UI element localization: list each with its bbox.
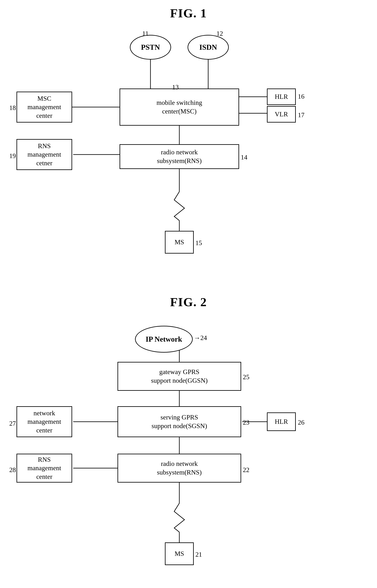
- fig1-diagram: PSTN 11 ISDN 12 mobile switching center(…: [0, 20, 377, 264]
- msc-ref: 13: [172, 83, 179, 91]
- ggsn-label: gateway GPRS support node(GGSN): [151, 368, 208, 385]
- ms-label: MS: [175, 238, 184, 246]
- rns-mgmt2-label: RNS management center: [27, 455, 61, 481]
- rns-mgmt2-node: RNS management center: [16, 454, 72, 483]
- rns2-node: radio network subsystem(RNS): [118, 454, 241, 483]
- sgsn-ref: 23: [243, 419, 249, 426]
- hlr-node: HLR: [267, 88, 296, 105]
- vlr-ref: 17: [298, 111, 305, 119]
- hlr2-ref: 26: [298, 419, 305, 426]
- fig1-section: FIG. 1: [0, 6, 377, 264]
- net-mgmt-ref: 27: [9, 420, 16, 427]
- isdn-label: ISDN: [199, 43, 217, 52]
- ip-network-node: IP Network: [135, 326, 193, 353]
- hlr-ref: 16: [298, 93, 305, 100]
- ip-network-ref: →24: [194, 334, 207, 342]
- pstn-ref: 11: [142, 30, 149, 37]
- msc-label: mobile switching center(MSC): [156, 98, 202, 116]
- rns-mgmt-ref: 19: [9, 152, 16, 160]
- pstn-node: PSTN: [130, 35, 171, 60]
- hlr2-label: HLR: [275, 417, 288, 426]
- vlr-label: VLR: [275, 110, 288, 119]
- ms2-label: MS: [175, 550, 184, 558]
- rns-mgmt2-ref: 28: [9, 466, 16, 474]
- hlr-label: HLR: [275, 92, 288, 101]
- ms-ref: 15: [195, 239, 202, 247]
- ggsn-ref: 25: [243, 373, 249, 381]
- rns-mgmt-node: RNS management cetner: [16, 139, 72, 170]
- ms2-node: MS: [165, 542, 194, 565]
- msc-mgmt-ref: 18: [9, 104, 16, 112]
- fig2-section: FIG. 2: [0, 295, 377, 588]
- msc-mgmt-node: MSC management center: [16, 92, 72, 122]
- rns2-label: radio network subsystem(RNS): [157, 459, 202, 477]
- hlr2-node: HLR: [267, 412, 296, 431]
- rns-node: radio network subsystem(RNS): [119, 144, 239, 169]
- sgsn-node: serving GPRS support node(SGSN): [118, 406, 241, 437]
- pstn-label: PSTN: [141, 43, 160, 52]
- fig2-title: FIG. 2: [0, 295, 377, 309]
- msc-node: mobile switching center(MSC): [119, 88, 239, 126]
- ms-node: MS: [165, 231, 194, 254]
- rns-mgmt-label: RNS management cetner: [27, 142, 61, 168]
- net-mgmt-node: network management center: [16, 406, 72, 437]
- ms2-ref: 21: [195, 551, 202, 558]
- rns2-ref: 22: [243, 466, 249, 474]
- net-mgmt-label: network management center: [27, 409, 61, 435]
- rns-ref: 14: [241, 154, 247, 161]
- rns-label: radio network subsystem(RNS): [157, 148, 202, 165]
- ip-network-label: IP Network: [146, 335, 182, 343]
- fig2-diagram: IP Network →24 gateway GPRS support node…: [0, 309, 377, 588]
- msc-mgmt-label: MSC management center: [27, 94, 61, 120]
- page: FIG. 1: [0, 0, 377, 588]
- isdn-node: ISDN: [188, 35, 229, 60]
- fig1-title: FIG. 1: [0, 6, 377, 20]
- isdn-ref: 12: [216, 30, 223, 37]
- vlr-node: VLR: [267, 106, 296, 122]
- sgsn-label: serving GPRS support node(SGSN): [152, 413, 207, 430]
- ggsn-node: gateway GPRS support node(GGSN): [118, 362, 241, 391]
